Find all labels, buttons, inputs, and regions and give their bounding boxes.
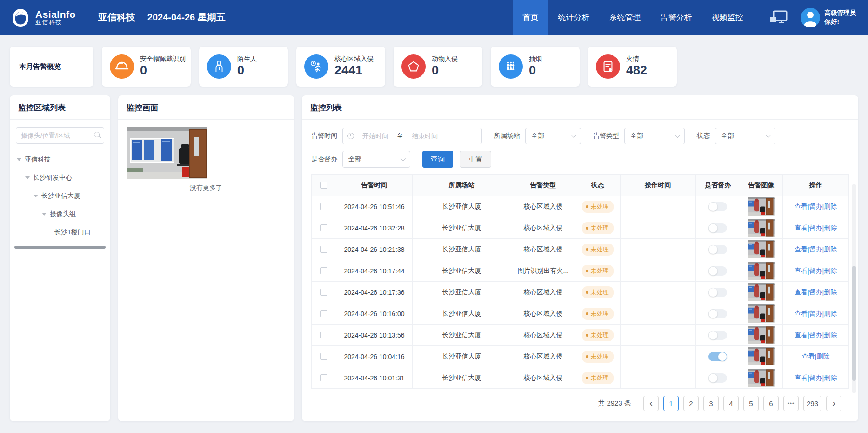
- row-checkbox[interactable]: [320, 224, 327, 231]
- alarm-image-thumbnail[interactable]: [748, 369, 775, 387]
- nav-item-statistics[interactable]: 统计分析: [548, 0, 600, 35]
- row-action-link[interactable]: 督办: [809, 245, 822, 254]
- row-checkbox[interactable]: [320, 374, 327, 381]
- page-button-1[interactable]: 1: [663, 396, 679, 411]
- next-page-button[interactable]: [826, 396, 841, 411]
- row-action-link[interactable]: 查看: [795, 267, 808, 275]
- page-button-5[interactable]: 5: [743, 396, 759, 411]
- row-action-link[interactable]: 查看: [795, 374, 808, 382]
- station-select[interactable]: 全部: [525, 128, 581, 144]
- caret-down-icon[interactable]: [33, 195, 38, 197]
- camera-search-input[interactable]: [16, 127, 104, 144]
- row-action-link[interactable]: 查看: [795, 310, 808, 318]
- row-action-link[interactable]: 督办: [809, 203, 822, 211]
- supervise-toggle[interactable]: [708, 223, 727, 233]
- row-action-link[interactable]: 督办: [809, 224, 822, 232]
- alarm-image-thumbnail[interactable]: [748, 326, 775, 344]
- supervise-toggle[interactable]: [708, 266, 727, 276]
- supervise-toggle[interactable]: [708, 352, 727, 361]
- row-action-link[interactable]: 督办: [809, 310, 822, 318]
- row-action-link[interactable]: 督办: [809, 267, 822, 275]
- end-time-input[interactable]: [403, 132, 446, 140]
- alarm-type-select[interactable]: 全部: [624, 128, 685, 144]
- supervise-toggle[interactable]: [708, 288, 727, 297]
- reset-button[interactable]: 重置: [460, 151, 491, 168]
- alarm-image-thumbnail[interactable]: [748, 347, 775, 365]
- supervise-toggle[interactable]: [708, 331, 727, 340]
- row-checkbox[interactable]: [320, 353, 327, 360]
- row-action-link[interactable]: 查看: [795, 224, 808, 232]
- tree-horizontal-scrollbar[interactable]: [14, 246, 106, 249]
- alarm-time-range-picker[interactable]: 至: [342, 128, 482, 144]
- nav-item-alarm-analysis[interactable]: 告警分析: [651, 0, 702, 35]
- start-time-input[interactable]: [354, 132, 397, 140]
- row-action-link[interactable]: 督办: [809, 331, 822, 339]
- camera-preview-thumbnail[interactable]: [127, 127, 207, 179]
- row-checkbox[interactable]: [320, 246, 327, 253]
- select-all-checkbox[interactable]: [320, 182, 327, 189]
- row-checkbox[interactable]: [320, 310, 327, 317]
- nav-item-system-management[interactable]: 系统管理: [600, 0, 651, 35]
- cell-alarm-time: 2024-04-26 10:01:31: [336, 367, 413, 388]
- row-checkbox[interactable]: [320, 267, 327, 274]
- cell-alarm-type: 核心区域入侵: [511, 196, 575, 217]
- page-button-2[interactable]: 2: [683, 396, 699, 411]
- row-action-link[interactable]: 查看: [795, 245, 808, 254]
- nav-item-video-monitor[interactable]: 视频监控: [702, 0, 753, 35]
- user-avatar[interactable]: [801, 8, 820, 27]
- tree-node-company[interactable]: 亚信科技: [10, 150, 110, 169]
- tree-node-camera-group[interactable]: 摄像头组: [10, 205, 110, 223]
- search-icon[interactable]: [94, 132, 100, 137]
- caret-down-icon[interactable]: [25, 176, 30, 179]
- row-action-link[interactable]: 删除: [824, 203, 837, 211]
- supervise-toggle[interactable]: [708, 245, 727, 254]
- row-action-link[interactable]: 删除: [824, 245, 837, 254]
- tree-node-changsha-rd-center[interactable]: 长沙研发中心: [10, 169, 110, 187]
- cell-alarm-type: 核心区域入侵: [511, 282, 575, 303]
- page-button-3[interactable]: 3: [703, 396, 719, 411]
- status-select[interactable]: 全部: [715, 128, 775, 144]
- page-button-6[interactable]: 6: [763, 396, 779, 411]
- monitor-panel-title: 监控列表: [302, 95, 858, 120]
- row-action-link[interactable]: 查看: [795, 288, 808, 297]
- row-action-link[interactable]: 删除: [824, 267, 837, 275]
- row-action-link[interactable]: 删除: [824, 288, 837, 297]
- supervise-toggle[interactable]: [708, 373, 727, 383]
- monitor-devices-icon[interactable]: [769, 10, 788, 25]
- row-action-link[interactable]: 督办: [809, 288, 822, 297]
- prev-page-button[interactable]: [643, 396, 659, 411]
- alarm-image-thumbnail[interactable]: [748, 197, 775, 216]
- row-action-link[interactable]: 删除: [824, 224, 837, 232]
- caret-down-icon[interactable]: [42, 213, 47, 216]
- row-action-link[interactable]: 查看: [795, 331, 808, 339]
- alarm-image-thumbnail[interactable]: [748, 283, 775, 301]
- supervise-toggle[interactable]: [708, 202, 727, 211]
- stat-value: 0: [529, 63, 542, 78]
- search-button[interactable]: 查询: [422, 151, 453, 168]
- more-pages-button[interactable]: •••: [783, 396, 799, 411]
- row-action-link[interactable]: 删除: [824, 310, 837, 318]
- row-action-link[interactable]: 督办: [809, 374, 822, 382]
- row-checkbox[interactable]: [320, 332, 327, 338]
- row-checkbox[interactable]: [320, 203, 327, 210]
- row-action-link[interactable]: 删除: [816, 352, 829, 361]
- supervise-toggle[interactable]: [708, 309, 727, 318]
- row-action-link[interactable]: 查看: [795, 203, 808, 211]
- alarm-image-thumbnail[interactable]: [748, 262, 775, 280]
- page-button-4[interactable]: 4: [723, 396, 739, 411]
- row-action-link[interactable]: 查看: [802, 352, 815, 361]
- nav-item-home[interactable]: 首页: [513, 0, 548, 35]
- row-action-link[interactable]: 删除: [824, 374, 837, 382]
- alarm-image-thumbnail[interactable]: [748, 240, 775, 258]
- row-checkbox[interactable]: [320, 289, 327, 296]
- tree-node-changsha-asiainfo-building[interactable]: 长沙亚信大厦: [10, 187, 110, 205]
- cell-status: 未处理: [575, 282, 621, 303]
- caret-down-icon[interactable]: [17, 158, 21, 161]
- row-action-link[interactable]: 删除: [824, 331, 837, 339]
- alarm-image-thumbnail[interactable]: [748, 304, 775, 323]
- tree-node-changsha-1f-gate[interactable]: 长沙1楼门口: [10, 223, 110, 241]
- table-vertical-scrollbar[interactable]: [852, 184, 856, 393]
- supervise-select[interactable]: 全部: [342, 151, 410, 168]
- page-button-293[interactable]: 293: [803, 396, 821, 411]
- alarm-image-thumbnail[interactable]: [748, 219, 775, 237]
